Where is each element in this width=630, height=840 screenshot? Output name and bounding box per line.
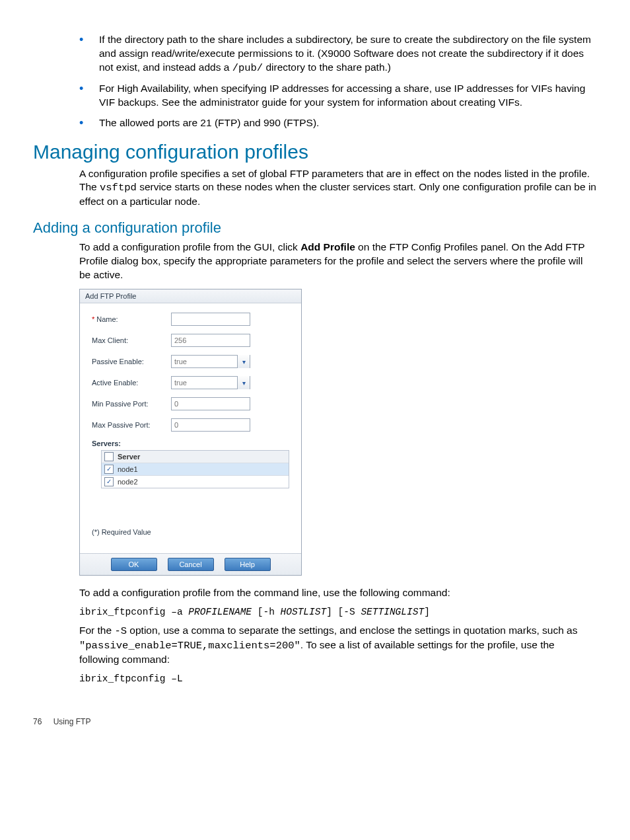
subsection-heading: Adding a configuration profile — [33, 219, 597, 237]
passive-enable-select[interactable]: true ▾ — [171, 355, 250, 368]
bullet-code: /pub/ — [232, 62, 263, 74]
cli-command: ibrix_ftpconfig –L — [79, 673, 597, 684]
min-passive-port-label: Min Passive Port: — [92, 400, 171, 408]
add-ftp-profile-dialog: Add FTP Profile *Name: Max Client: 256 P… — [79, 289, 302, 576]
name-label: *Name: — [92, 315, 171, 323]
server-name: node1 — [118, 465, 138, 473]
servers-header-label: Server — [118, 453, 140, 461]
dialog-button-bar: OK Cancel Help — [80, 553, 301, 575]
active-enable-label: Active Enable: — [92, 379, 171, 387]
chevron-down-icon: ▾ — [237, 376, 250, 389]
bullet-text: For High Availability, when specifying I… — [99, 83, 585, 108]
max-passive-port-input[interactable]: 0 — [171, 418, 250, 432]
page-footer: 76 Using FTP — [33, 717, 597, 726]
bullet-item: If the directory path to the share inclu… — [79, 33, 597, 75]
help-button[interactable]: Help — [225, 558, 271, 571]
chevron-down-icon: ▾ — [237, 355, 250, 368]
subsection-paragraph: To add a configuration profile from the … — [79, 241, 597, 282]
server-checkbox[interactable]: ✓ — [104, 465, 114, 474]
cli-option-paragraph: For the -S option, use a comma to separa… — [79, 624, 597, 667]
servers-list: Server ✓ node1 ✓ node2 — [101, 450, 289, 488]
max-client-input[interactable]: 256 — [171, 334, 250, 347]
bullet-item: For High Availability, when specifying I… — [79, 82, 597, 110]
footer-section: Using FTP — [53, 717, 91, 726]
ok-button[interactable]: OK — [111, 558, 157, 571]
servers-label: Servers: — [92, 439, 289, 447]
min-passive-port-input[interactable]: 0 — [171, 397, 250, 410]
para-text-post: service starts on these nodes when the c… — [79, 181, 596, 207]
required-value-note: (*) Required Value — [92, 528, 289, 536]
select-all-checkbox[interactable] — [104, 452, 114, 461]
cli-intro-paragraph: To add a configuration profile from the … — [79, 586, 597, 600]
section-heading: Managing configuration profiles — [33, 141, 597, 163]
section-paragraph: A configuration profile specifies a set … — [79, 167, 597, 210]
intro-bullet-list: If the directory path to the share inclu… — [79, 33, 597, 130]
para-code: vsftpd — [100, 182, 137, 194]
bullet-text-post: directory to the share path.) — [263, 61, 391, 73]
servers-header-row: Server — [102, 451, 289, 463]
name-input[interactable] — [171, 313, 250, 326]
bullet-item: The allowed ports are 21 (FTP) and 990 (… — [79, 116, 597, 130]
dialog-title: Add FTP Profile — [80, 289, 301, 303]
server-name: node2 — [118, 478, 138, 486]
server-row[interactable]: ✓ node2 — [102, 476, 289, 488]
max-passive-port-label: Max Passive Port: — [92, 421, 171, 429]
server-row[interactable]: ✓ node1 — [102, 463, 289, 476]
bullet-text: The allowed ports are 21 (FTP) and 990 (… — [99, 117, 319, 128]
cli-command: ibrix_ftpconfig –a PROFILENAME [-h HOSTL… — [79, 607, 597, 617]
cancel-button[interactable]: Cancel — [168, 558, 214, 571]
max-client-label: Max Client: — [92, 336, 171, 344]
page-number: 76 — [33, 717, 42, 726]
passive-enable-label: Passive Enable: — [92, 358, 171, 365]
para-bold: Add Profile — [300, 241, 355, 252]
para-text: To add a configuration profile from the … — [79, 241, 300, 252]
active-enable-select[interactable]: true ▾ — [171, 376, 250, 389]
server-checkbox[interactable]: ✓ — [104, 477, 114, 486]
